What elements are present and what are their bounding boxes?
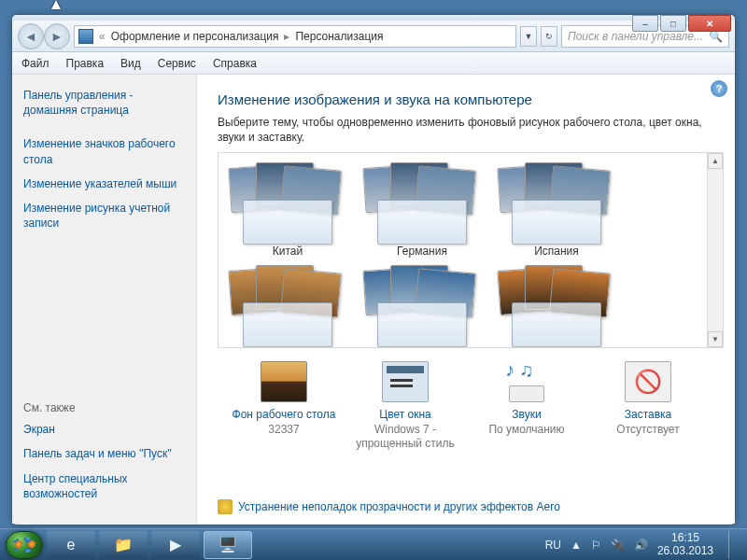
- screensaver-icon: [625, 361, 671, 402]
- sidebar-home[interactable]: Панель управления - домашняя страница: [23, 88, 185, 118]
- mouse-cursor: [51, 0, 61, 9]
- tray-volume-icon[interactable]: 🔊: [634, 539, 648, 552]
- history-dropdown[interactable]: ▼: [520, 26, 537, 47]
- sidebar-desktop-icons[interactable]: Изменение значков рабочего стола: [23, 136, 185, 166]
- menu-tools[interactable]: Сервис: [158, 57, 196, 70]
- scroll-down-icon[interactable]: ▼: [708, 331, 723, 347]
- close-button[interactable]: ✕: [688, 15, 731, 32]
- theme-item[interactable]: Германия: [360, 161, 484, 258]
- crumb-parent[interactable]: Оформление и персонализация: [111, 30, 279, 43]
- sidebar-accessibility[interactable]: Центр специальных возможностей: [23, 471, 185, 501]
- tray-date: 26.03.2013: [657, 545, 713, 558]
- taskbar-wmp[interactable]: ▶: [151, 531, 200, 559]
- tray-power-icon[interactable]: 🔌: [611, 539, 625, 552]
- sounds-setting[interactable]: Звуки По умолчанию: [466, 361, 587, 437]
- theme-label: Китай: [226, 245, 349, 258]
- start-button[interactable]: [6, 531, 43, 559]
- maximize-button[interactable]: □: [660, 15, 686, 32]
- desktop-bg-icon: [261, 361, 307, 402]
- theme-label: Испания: [495, 245, 618, 258]
- menu-help[interactable]: Справка: [213, 57, 257, 70]
- themes-pane: ▲ ▼ Китай Германия Испания: [218, 152, 724, 348]
- theme-label: Германия: [360, 245, 484, 258]
- theme-item[interactable]: Китай: [226, 161, 349, 258]
- sidebar: Панель управления - домашняя страница Из…: [12, 75, 196, 524]
- aero-troubleshoot: Устранение неполадок прозрачности и друг…: [197, 492, 735, 524]
- taskbar[interactable]: e 📁 ▶ 🖥️ RU ▲ ⚐ 🔌 🔊 16:15 26.03.2013: [0, 528, 747, 560]
- tray-flag-icon[interactable]: ⚐: [591, 539, 601, 552]
- sidebar-mouse-pointers[interactable]: Изменение указателей мыши: [23, 176, 185, 191]
- desktop-bg-link[interactable]: Фон рабочего стола: [223, 408, 345, 421]
- tray-lang[interactable]: RU: [545, 539, 561, 552]
- cp-icon: [78, 29, 93, 44]
- theme-item[interactable]: Испания: [495, 161, 618, 258]
- window-color-setting[interactable]: Цвет окна Windows 7 - упрощенный стиль: [345, 361, 466, 451]
- window-color-value: Windows 7 - упрощенный стиль: [345, 423, 466, 451]
- personalization-window: – □ ✕ ◄ ► « Оформление и персонализация …: [11, 14, 736, 525]
- menu-edit[interactable]: Правка: [66, 57, 105, 70]
- sounds-value: По умолчанию: [466, 423, 587, 437]
- see-also-header: См. также: [23, 401, 185, 414]
- theme-item[interactable]: [360, 263, 484, 345]
- chevron-icon: «: [99, 30, 106, 43]
- theme-item[interactable]: [226, 263, 349, 345]
- tray-time: 16:15: [657, 532, 713, 545]
- window-color-link[interactable]: Цвет окна: [345, 408, 466, 421]
- screensaver-setting[interactable]: Заставка Отсутствует: [587, 361, 709, 437]
- page-description: Выберите тему, чтобы одновременно измени…: [218, 115, 714, 145]
- crumb-current[interactable]: Персонализация: [295, 30, 383, 43]
- taskbar-personalization[interactable]: 🖥️: [204, 531, 252, 559]
- scrollbar[interactable]: ▲ ▼: [707, 153, 723, 347]
- tray-overflow-icon[interactable]: ▲: [571, 539, 582, 552]
- breadcrumb[interactable]: « Оформление и персонализация ▸ Персонал…: [74, 25, 516, 48]
- desktop-bg-value: 32337: [223, 423, 345, 437]
- shield-icon: [218, 499, 233, 514]
- aero-link[interactable]: Устранение неполадок прозрачности и друг…: [238, 500, 560, 513]
- page-title: Изменение изображения и звука на компьют…: [218, 91, 714, 107]
- theme-item[interactable]: [495, 263, 618, 345]
- desktop-background-setting[interactable]: Фон рабочего стола 32337: [223, 361, 345, 437]
- screensaver-value: Отсутствует: [587, 423, 709, 437]
- back-button[interactable]: ◄: [18, 23, 44, 49]
- crumb-sep-icon: ▸: [284, 30, 289, 43]
- sidebar-screen[interactable]: Экран: [23, 422, 185, 437]
- tray: RU ▲ ⚐ 🔌 🔊 16:15 26.03.2013: [545, 531, 741, 559]
- show-desktop-button[interactable]: [728, 531, 738, 559]
- screensaver-link[interactable]: Заставка: [587, 408, 709, 421]
- taskbar-ie[interactable]: e: [47, 531, 95, 559]
- settings-row: Фон рабочего стола 32337 Цвет окна Windo…: [197, 348, 735, 492]
- sidebar-account-picture[interactable]: Изменение рисунка учетной записи: [23, 201, 185, 231]
- menu-view[interactable]: Вид: [120, 57, 141, 70]
- forward-button[interactable]: ►: [44, 23, 70, 49]
- taskbar-explorer[interactable]: 📁: [99, 531, 148, 559]
- sounds-link[interactable]: Звуки: [466, 408, 587, 421]
- help-icon[interactable]: ?: [711, 80, 727, 97]
- sounds-icon: [503, 361, 550, 402]
- main-pane: ? Изменение изображения и звука на компь…: [196, 75, 735, 524]
- sidebar-taskbar[interactable]: Панель задач и меню ''Пуск'': [23, 446, 185, 461]
- window-buttons: – □ ✕: [632, 15, 731, 32]
- refresh-button[interactable]: ↻: [541, 26, 557, 47]
- menu-bar: Файл Правка Вид Сервис Справка: [12, 52, 735, 75]
- window-color-icon: [382, 361, 429, 402]
- scroll-up-icon[interactable]: ▲: [708, 153, 723, 169]
- tray-clock[interactable]: 16:15 26.03.2013: [657, 532, 713, 558]
- minimize-button[interactable]: –: [632, 15, 658, 32]
- menu-file[interactable]: Файл: [21, 57, 49, 70]
- navigation-row: ◄ ► « Оформление и персонализация ▸ Перс…: [12, 21, 735, 52]
